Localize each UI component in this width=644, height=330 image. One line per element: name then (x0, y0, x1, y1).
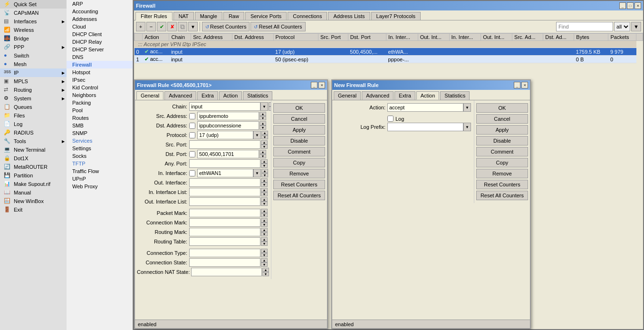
in-iface-checkbox[interactable] (189, 170, 195, 176)
conn-type-down[interactable]: ▼ (261, 253, 268, 257)
out-iface-input[interactable] (189, 178, 260, 187)
action-input[interactable] (387, 103, 463, 112)
chain-input[interactable] (189, 102, 260, 111)
sidebar-item-quick-set[interactable]: ⚡ Quick Set (0, 0, 67, 9)
submenu-web-proxy[interactable]: Web Proxy (67, 183, 133, 190)
src-port-input[interactable] (189, 140, 260, 149)
submenu-tftp[interactable]: TFTP (67, 160, 133, 167)
dialog1-minimize[interactable]: _ (311, 82, 317, 88)
conn-state-input[interactable] (189, 258, 260, 267)
dialog1-disable-button[interactable]: Disable (273, 136, 325, 146)
conn-nat-down[interactable]: ▼ (262, 272, 269, 276)
sidebar-item-ip[interactable]: 355 IP (0, 68, 67, 77)
src-address-checkbox[interactable] (189, 113, 195, 119)
packet-mark-input[interactable] (189, 209, 260, 217)
log-prefix-dropdown[interactable]: ▼ (463, 123, 471, 131)
submenu-packing[interactable]: Packing (67, 99, 133, 107)
dialog2-close[interactable]: ✕ (521, 82, 528, 88)
dialog1-tab-statistics[interactable]: Statistics (243, 91, 272, 100)
remove-rule-button[interactable]: − (146, 22, 156, 31)
sidebar-item-files[interactable]: 📁 Files (0, 111, 67, 120)
any-port-up[interactable]: ▲ (261, 159, 268, 164)
protocol-down[interactable]: ▼ (261, 135, 268, 139)
dst-port-up[interactable]: ▲ (260, 150, 266, 154)
submenu-hotspot[interactable]: Hotspot (67, 68, 133, 76)
sidebar-item-tools[interactable]: 🔧 Tools (0, 137, 67, 146)
dialog1-reset-all-button[interactable]: Reset All Counters (273, 191, 325, 200)
in-iface-up[interactable]: ▲ (261, 169, 268, 173)
maximize-button[interactable]: □ (627, 2, 634, 9)
dialog2-copy-button[interactable]: Copy (476, 158, 528, 167)
submenu-services[interactable]: Services (67, 137, 133, 145)
sidebar-item-exit[interactable]: 🚪 Exit (0, 205, 67, 214)
sidebar-item-queues[interactable]: 📋 Queues (0, 103, 67, 111)
out-list-up[interactable]: ▲ (261, 197, 268, 202)
tab-raw[interactable]: Raw (223, 12, 244, 20)
submenu-addresses[interactable]: Addresses (67, 15, 133, 23)
reset-all-counters-button[interactable]: ↺ Reset All Counters (250, 22, 305, 31)
submenu-neighbors[interactable]: Neighbors (67, 91, 133, 99)
dst-port-input[interactable] (197, 150, 259, 158)
protocol-dropdown[interactable]: ▼ (253, 131, 261, 139)
dst-address-checkbox[interactable] (189, 123, 195, 129)
close-button[interactable]: ✕ (634, 2, 641, 9)
routing-table-up[interactable]: ▲ (261, 237, 268, 242)
sidebar-item-system[interactable]: ⚙ System (0, 94, 67, 103)
table-row-1[interactable]: 1 ✔ acc... input 50 (ipsec-esp) pppoe-..… (135, 56, 643, 63)
routing-table-down[interactable]: ▼ (261, 242, 268, 246)
conn-nat-state-input[interactable] (191, 268, 262, 276)
submenu-settings[interactable]: Settings (67, 145, 133, 152)
submenu-socks[interactable]: Socks (67, 152, 133, 160)
sidebar-item-switch[interactable]: ● Switch (0, 51, 67, 60)
in-iface-list-input[interactable] (189, 188, 260, 196)
submenu-pool[interactable]: Pool (67, 107, 133, 114)
dialog1-tab-action[interactable]: Action (219, 91, 242, 100)
dialog2-tab-extra[interactable]: Extra (394, 91, 415, 100)
dialog2-tab-action[interactable]: Action (416, 91, 440, 100)
in-list-up[interactable]: ▲ (261, 188, 268, 192)
sidebar-item-metarouter[interactable]: 🔄 MetaROUTER (0, 163, 67, 171)
sidebar-item-interfaces[interactable]: ▤ Interfaces (0, 17, 67, 26)
dialog2-tab-general[interactable]: General (334, 91, 361, 100)
routing-mark-down[interactable]: ▼ (261, 232, 268, 236)
in-iface-down[interactable]: ▼ (261, 173, 268, 177)
add-rule-button[interactable]: + (136, 22, 145, 31)
src-addr-down[interactable]: ▼ (260, 116, 266, 120)
dialog2-reset-counters-button[interactable]: Reset Counters (476, 180, 528, 189)
dialog1-remove-button[interactable]: Remove (273, 169, 325, 178)
sidebar-item-log[interactable]: 📄 Log (0, 120, 67, 128)
routing-table-input[interactable] (189, 237, 260, 246)
any-port-down[interactable]: ▼ (261, 164, 268, 168)
sidebar-item-new-winbox[interactable]: 🪟 New WinBox (0, 197, 67, 205)
sidebar-item-routing[interactable]: ⇄ Routing (0, 86, 67, 94)
out-iface-list-input[interactable] (189, 197, 260, 206)
tab-connections[interactable]: Connections (288, 12, 327, 20)
protocol-up[interactable]: ▲ (261, 131, 268, 135)
reset-counters-button[interactable]: ↺ Reset Counters (202, 22, 250, 31)
conn-state-up[interactable]: ▲ (261, 258, 268, 262)
sidebar-item-capsman[interactable]: 📡 CAPsMAN (0, 9, 67, 17)
routing-mark-input[interactable] (189, 228, 260, 236)
submenu-firewall[interactable]: Firewall (67, 61, 133, 68)
dialog1-tab-advanced[interactable]: Advanced (164, 91, 196, 100)
sidebar-item-make-supout[interactable]: 📊 Make Supout.rif (0, 180, 67, 188)
enable-rule-button[interactable]: ✔ (157, 22, 166, 31)
table-row-0[interactable]: 0 ✔ acc... input 17 (udp) 500,4500,... e… (135, 48, 643, 56)
tab-layer7[interactable]: Layer7 Protocols (371, 12, 421, 20)
dialog2-tab-statistics[interactable]: Statistics (440, 91, 470, 100)
tab-mangle[interactable]: Mangle (195, 12, 222, 20)
dialog1-close[interactable]: ✕ (318, 82, 325, 88)
filter-button[interactable]: ▼ (188, 22, 198, 31)
sidebar-item-ppp[interactable]: 🔗 PPP (0, 43, 67, 51)
submenu-snmp[interactable]: SNMP (67, 129, 133, 137)
search-input[interactable] (556, 22, 613, 31)
log-checkbox[interactable] (387, 116, 394, 122)
sidebar-item-bridge[interactable]: 🌉 Bridge (0, 34, 67, 43)
routing-mark-up[interactable]: ▲ (261, 228, 268, 232)
pkt-mark-down[interactable]: ▼ (261, 213, 268, 217)
dst-address-input[interactable] (197, 121, 259, 130)
minimize-button[interactable]: _ (619, 2, 626, 9)
sidebar-item-manual[interactable]: 📖 Manual (0, 188, 67, 197)
conn-type-input[interactable] (189, 249, 260, 257)
copy-rule-button[interactable]: ⧉ (178, 22, 187, 31)
